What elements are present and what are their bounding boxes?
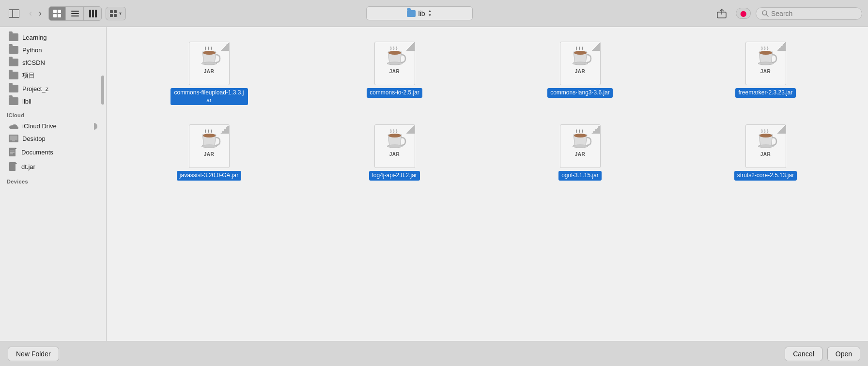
forward-button[interactable]: ›: [36, 7, 45, 19]
jar-icon: JAR: [186, 120, 232, 168]
svg-point-41: [202, 145, 217, 148]
path-display[interactable]: lib ▲ ▼: [366, 6, 473, 20]
file-item[interactable]: JARcommons-fileupload-1.3.3.jar: [121, 37, 297, 105]
jar-coffee-icon: [569, 46, 592, 68]
folder-icon: [9, 59, 18, 66]
svg-rect-3: [58, 10, 61, 13]
sidebar-item-project[interactable]: 项目: [2, 69, 104, 82]
svg-rect-14: [110, 14, 113, 17]
right-tools: ⬤: [713, 6, 862, 21]
back-button[interactable]: ‹: [26, 7, 35, 19]
svg-point-44: [574, 134, 587, 137]
folder-icon: [9, 85, 18, 92]
svg-point-35: [387, 62, 403, 65]
svg-point-34: [388, 51, 401, 55]
monitor-icon: [9, 135, 18, 142]
jar-paper: JAR: [189, 124, 230, 168]
jar-label: JAR: [389, 152, 400, 157]
svg-point-36: [574, 51, 587, 55]
svg-rect-12: [110, 10, 113, 13]
jar-icon: JAR: [372, 120, 418, 168]
svg-rect-29: [10, 153, 13, 154]
sidebar-scrollbar: [101, 76, 104, 105]
svg-rect-22: [10, 127, 17, 129]
file-grid: JARcommons-fileupload-1.3.3.jar JARcommo…: [121, 37, 853, 181]
group-button[interactable]: ▾: [106, 7, 126, 20]
cloud-icon: [9, 123, 18, 130]
main-area: Learning Python sfCSDN 项目 Project_z libl…: [0, 27, 868, 341]
jar-coffee-icon: [198, 129, 221, 151]
sidebar-item-label: Python: [22, 46, 42, 54]
sidebar: Learning Python sfCSDN 项目 Project_z libl…: [0, 27, 107, 341]
jar-icon: JAR: [557, 120, 604, 168]
jar-coffee-icon: [754, 46, 777, 68]
open-button[interactable]: Open: [827, 347, 860, 361]
search-input[interactable]: [771, 10, 849, 17]
view-controls: [48, 6, 102, 21]
svg-rect-15: [114, 14, 117, 17]
jar-label: JAR: [204, 152, 215, 157]
svg-point-37: [573, 62, 588, 65]
sidebar-item-learning[interactable]: Learning: [2, 31, 104, 43]
svg-point-39: [758, 62, 774, 65]
svg-point-38: [760, 51, 772, 55]
svg-point-40: [203, 134, 216, 137]
tag-button[interactable]: ⬤: [736, 8, 751, 19]
svg-rect-23: [10, 136, 17, 140]
jar-label: JAR: [760, 69, 771, 74]
folder-icon: [9, 33, 18, 41]
jar-paper: JAR: [560, 42, 601, 85]
search-box[interactable]: [756, 7, 862, 20]
jar-paper: JAR: [560, 124, 601, 168]
file-item[interactable]: JARfreemarker-2.3.23.jar: [678, 37, 853, 105]
file-item[interactable]: JARstruts2-core-2.5.13.jar: [678, 120, 853, 181]
sidebar-item-sfcsdn[interactable]: sfCSDN: [2, 57, 104, 68]
path-title: lib: [418, 10, 425, 17]
sidebar-item-label: sfCSDN: [22, 59, 45, 66]
file-item[interactable]: JARlog4j-api-2.8.2.jar: [307, 120, 482, 181]
jar-paper: JAR: [374, 124, 415, 168]
svg-point-46: [760, 134, 772, 137]
sidebar-item-project-z[interactable]: Project_z: [2, 83, 104, 94]
sidebar-item-desktop[interactable]: Desktop: [2, 133, 104, 144]
toolbar: ‹ ›: [0, 0, 868, 27]
sidebar-item-dt-jar[interactable]: dt.jar: [2, 160, 104, 173]
svg-rect-11: [95, 10, 97, 17]
file-item[interactable]: JARjavassist-3.20.0-GA.jar: [121, 120, 297, 181]
icon-view-button[interactable]: [49, 7, 66, 20]
sidebar-item-icloud-drive[interactable]: iCloud Drive: [2, 121, 104, 132]
new-folder-button[interactable]: New Folder: [8, 347, 59, 361]
svg-point-45: [573, 145, 588, 148]
column-view-button[interactable]: [85, 7, 101, 20]
file-name: commons-io-2.5.jar: [367, 88, 422, 98]
loading-spinner: [91, 123, 97, 130]
share-button[interactable]: [713, 6, 731, 21]
svg-marker-26: [16, 148, 17, 149]
svg-rect-9: [89, 10, 91, 17]
list-view-button[interactable]: [67, 7, 84, 20]
file-icon: [9, 162, 17, 171]
svg-point-43: [387, 145, 403, 148]
svg-line-18: [766, 15, 768, 16]
svg-rect-28: [10, 152, 15, 153]
jar-coffee-icon: [383, 129, 406, 151]
jar-coffee-icon: [198, 46, 221, 68]
svg-rect-0: [9, 10, 19, 17]
cancel-button[interactable]: Cancel: [785, 347, 822, 361]
sidebar-item-libli[interactable]: libli: [2, 95, 104, 107]
content-area: JARcommons-fileupload-1.3.3.jar JARcommo…: [107, 27, 868, 341]
jar-icon: JAR: [743, 120, 789, 168]
file-item[interactable]: JARcommons-io-2.5.jar: [307, 37, 482, 105]
jar-label: JAR: [204, 69, 215, 74]
file-item[interactable]: JARognl-3.1.15.jar: [492, 120, 668, 181]
file-item[interactable]: JARcommons-lang3-3.6.jar: [492, 37, 668, 105]
sidebar-item-documents[interactable]: Documents: [2, 145, 104, 159]
search-icon: [762, 10, 769, 17]
jar-label: JAR: [389, 69, 400, 74]
sidebar-toggle-button[interactable]: [6, 7, 22, 20]
sidebar-item-python[interactable]: Python: [2, 44, 104, 56]
svg-point-32: [203, 51, 216, 55]
svg-rect-30: [9, 162, 16, 171]
jar-icon: JAR: [743, 37, 789, 85]
file-name: freemarker-2.3.23.jar: [735, 88, 795, 98]
